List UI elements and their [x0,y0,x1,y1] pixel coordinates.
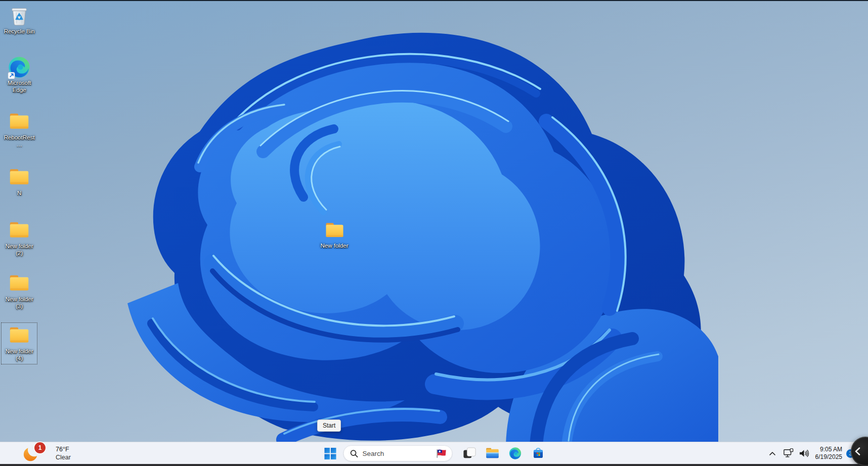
search-placeholder: Search [363,450,436,457]
desktop-icon-label: N [2,190,37,197]
desktop-icon-label: New folder (3) [2,296,37,310]
weather-condition: Clear [56,453,71,461]
desktop-icon-label: New folder [315,242,354,249]
task-view-button[interactable] [460,443,480,463]
tray-date: 6/19/2025 [815,453,842,461]
file-explorer-icon [486,447,500,460]
wallpaper-bloom [0,0,868,466]
desktop-icon-label: New folder (2) [2,243,37,257]
weather-widget[interactable]: 1 76°F Clear [22,442,71,464]
chevron-up-icon [769,452,775,455]
folder-icon [8,110,31,133]
start-button[interactable] [320,443,340,463]
search-input[interactable]: Search [343,445,453,461]
clock[interactable]: 9:05 AM 6/19/2025 [815,446,842,461]
network-button[interactable] [783,444,794,462]
edge-taskbar-button[interactable] [505,443,526,463]
task-view-icon [463,447,476,460]
chevron-left-icon [855,447,860,455]
windows-desktop: Recycle Bin Microsoft Edge RebootRest… N… [0,0,868,466]
desktop-icon-microsoft-edge[interactable]: Microsoft Edge [1,54,37,96]
volume-button[interactable] [799,444,809,462]
tray-time: 9:05 AM [815,446,842,453]
desktop-icon-rebootrest[interactable]: RebootRest… [1,109,37,151]
desktop-icon-new-folder-2[interactable]: New folder (2) [1,217,37,259]
screen-top-edge [0,0,868,1]
desktop-icon-label: Microsoft Edge [2,79,37,94]
desktop-icon-new-folder[interactable]: New folder [315,218,354,252]
folder-icon [8,272,31,295]
microsoft-store-button[interactable] [528,443,548,463]
taskbar: 1 76°F Clear Search [0,442,868,464]
folder-icon [8,166,31,189]
weather-alert-badge: 1 [34,442,46,453]
desktop-icon-label: New folder (4) [2,348,37,362]
desktop-icon-new-folder-4[interactable]: New folder (4) [1,322,37,364]
start-tooltip-label: Start [323,422,335,429]
weather-temperature: 76°F [56,445,71,453]
search-icon [350,449,359,458]
folder-icon [324,220,345,242]
ethernet-network-icon [783,448,794,458]
folder-icon [8,219,31,242]
file-explorer-button[interactable] [483,443,503,463]
start-tooltip: Start [317,420,341,432]
edge-icon [509,447,522,460]
desktop-icon-n[interactable]: N [1,164,37,199]
desktop-icon-label: Recycle Bin [2,28,37,35]
search-highlight-flag-icon [436,449,447,458]
windows-logo-icon [324,447,336,460]
speaker-volume-icon [799,449,809,458]
desktop-icon-new-folder-3[interactable]: New folder (3) [1,270,37,312]
microsoft-store-icon [531,447,545,460]
desktop-icon-recycle-bin[interactable]: Recycle Bin [1,3,37,37]
recycle-bin-icon [8,4,31,27]
edge-icon [8,56,31,79]
desktop-icon-label: RebootRest… [2,134,37,148]
shortcut-arrow-overlay [8,72,15,79]
show-hidden-icons-button[interactable] [766,444,779,462]
folder-icon [8,324,31,347]
screen-bottom-edge [0,464,868,466]
